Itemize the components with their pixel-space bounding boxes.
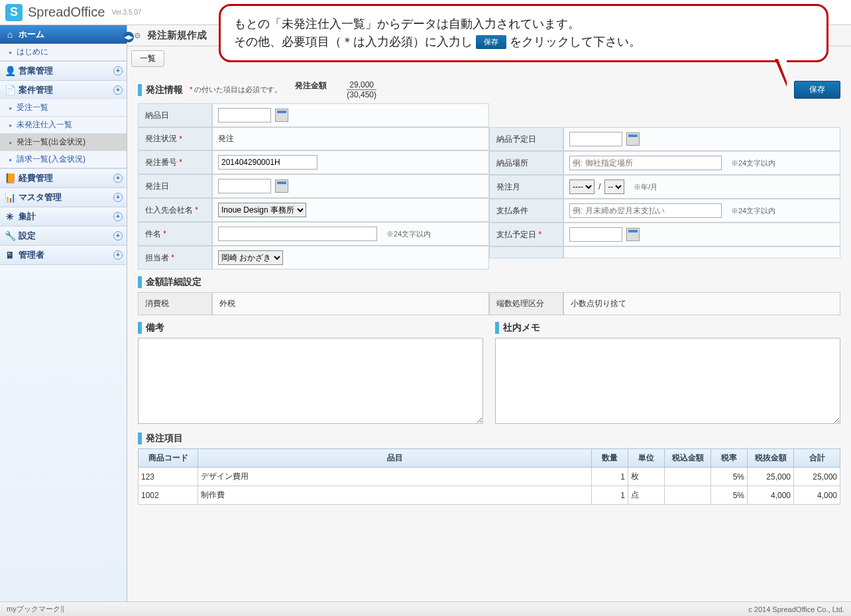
section-bar-icon: [138, 276, 142, 288]
plus-icon[interactable]: +: [113, 231, 123, 240]
monitor-icon: 🖥: [4, 249, 16, 261]
input-noukin-basho[interactable]: [569, 156, 722, 170]
help-callout: もとの「未発注仕入一覧」からデータは自動入力されています。 その他、必要項目（＊…: [219, 4, 828, 62]
callout-tail-icon: [775, 59, 787, 87]
chart-icon: 📊: [4, 191, 16, 203]
plus-icon[interactable]: +: [113, 174, 123, 183]
input-shiharai-joken[interactable]: [569, 203, 722, 218]
value-shouhizei: 外税: [212, 292, 489, 315]
nav-group-shukei[interactable]: ✳集計+: [0, 207, 127, 226]
calendar-icon[interactable]: [275, 109, 288, 122]
app-logo: S SpreadOffice Ver.3.5.07: [5, 4, 141, 21]
select-year[interactable]: ----: [569, 180, 595, 194]
textarea-shanai[interactable]: [495, 338, 840, 424]
section-items: 発注項目: [138, 433, 840, 444]
nav-group-eigyo[interactable]: 👤営業管理+: [0, 62, 127, 80]
value-hacchu-jokyo: 発注: [212, 127, 489, 150]
label-shiharai-joken: 支払条件: [489, 199, 563, 223]
section-bar-icon: [138, 433, 142, 444]
nav-group-anken[interactable]: 📄案件管理+: [0, 81, 127, 99]
calendar-icon[interactable]: [626, 132, 640, 146]
book-icon: 📙: [4, 172, 16, 184]
section-bar-icon: [138, 84, 142, 96]
sidebar-collapse-icon[interactable]: ◀▶: [123, 32, 134, 42]
nav-item-hacchu-ichiran[interactable]: 発注一覧(出金状況): [0, 134, 127, 151]
nav-home[interactable]: ⌂ ホーム: [0, 25, 127, 44]
input-kenmei[interactable]: [218, 227, 377, 241]
section-bikou: 備考: [146, 322, 164, 334]
section-bar-icon: [138, 322, 142, 334]
label-noukinbi: 納品日: [138, 103, 212, 127]
input-shiharai-yotei[interactable]: [569, 227, 622, 242]
app-name: SpreadOffice: [28, 5, 105, 20]
nav-group-admin[interactable]: 🖥管理者+: [0, 246, 127, 264]
table-row: 123 デザイン費用 1 枚 5% 25,000 25,000: [139, 468, 840, 486]
section-bar-icon: [495, 322, 499, 334]
label-hacchu-bango: 発注番号 *: [138, 150, 212, 174]
nav-item-seikyu[interactable]: 請求一覧(入金状況): [0, 151, 127, 168]
label-hacchu-bi: 発注日: [138, 174, 212, 198]
person-icon: 👤: [4, 65, 16, 77]
calendar-icon[interactable]: [275, 180, 288, 193]
sidebar: ⌂ ホーム はじめに 👤営業管理+ 📄案件管理+ 受注一覧 未発注仕入一覧 発注…: [0, 25, 127, 601]
section-order-info: 発注情報 * の付いた項目は必須です。 発注金額 29,000 (30,450)…: [138, 80, 840, 99]
main-content: ⚙ 発注新規作成 一覧 発注情報 * の付いた項目は必須です。 発注金額 29,…: [127, 25, 851, 601]
input-noukin-yotei[interactable]: [569, 132, 622, 146]
input-hacchu-bi[interactable]: [218, 179, 271, 193]
callout-save-chip: 保存: [476, 35, 506, 49]
section-detail: 金額詳細設定: [138, 276, 840, 288]
nav-group-keihi[interactable]: 📙経費管理+: [0, 169, 127, 187]
amount-main: 29,000: [347, 80, 376, 89]
label-hacchu-jokyo: 発注状況 *: [138, 127, 212, 150]
bookmark-link[interactable]: myブックマーク‖: [7, 604, 64, 614]
section-title: 発注情報: [146, 84, 183, 96]
order-amount: 発注金額 29,000 (30,450): [295, 80, 376, 99]
value-hasu: 小数点切り捨て: [563, 292, 840, 315]
select-shiire[interactable]: Inoue Design 事務所: [218, 203, 306, 217]
th-qty: 数量: [592, 449, 628, 468]
th-excl: 税抜金額: [748, 449, 794, 468]
label-shiire: 仕入先会社名 *: [138, 198, 212, 222]
input-hacchu-bango[interactable]: [218, 155, 317, 170]
nav-item-hajimeni[interactable]: はじめに: [0, 44, 127, 61]
value-blank: [563, 246, 840, 258]
table-row: 1002 制作費 1 点 5% 4,000 4,000: [139, 486, 840, 505]
nav-group-master[interactable]: 📊マスタ管理+: [0, 188, 127, 207]
section-note: * の付いた項目は必須です。: [190, 85, 282, 95]
amount-sub: (30,450): [347, 89, 376, 99]
th-incl: 税込金額: [665, 449, 711, 468]
plus-icon[interactable]: +: [113, 193, 123, 202]
list-button[interactable]: 一覧: [131, 50, 164, 67]
plus-icon[interactable]: +: [113, 66, 123, 76]
calendar-icon[interactable]: [626, 228, 640, 241]
section-shanai: 社内メモ: [503, 322, 540, 334]
home-icon: ⌂: [4, 28, 16, 40]
input-noukinbi[interactable]: [218, 108, 271, 123]
doc-icon: 📄: [4, 84, 16, 96]
select-tantou[interactable]: 岡崎 おかざき: [218, 250, 283, 265]
nav-group-settei[interactable]: 🔧設定+: [0, 227, 127, 245]
th-code: 商品コード: [139, 449, 198, 468]
label-blank: [489, 246, 563, 258]
plus-icon[interactable]: +: [113, 85, 123, 95]
label-tantou: 担当者 *: [138, 246, 212, 270]
label-noukin-yotei: 納品予定日: [489, 127, 563, 151]
app-version: Ver.3.5.07: [111, 9, 141, 16]
textarea-bikou[interactable]: [138, 338, 483, 424]
sum-icon: ✳: [4, 211, 16, 223]
nav-item-juchu[interactable]: 受注一覧: [0, 99, 127, 117]
label-kenmei: 件名 *: [138, 222, 212, 246]
label-shiharai-yotei: 支払予定日 *: [489, 223, 563, 246]
logo-icon: S: [5, 4, 23, 21]
nav-item-mihacchu[interactable]: 未発注仕入一覧: [0, 117, 127, 134]
callout-line1: もとの「未発注仕入一覧」からデータは自動入力されています。: [234, 15, 813, 33]
plus-icon[interactable]: +: [113, 212, 123, 221]
label-hacchu-tsuki: 発注月: [489, 175, 563, 199]
label-noukin-basho: 納品場所: [489, 151, 563, 175]
plus-icon[interactable]: +: [113, 250, 123, 260]
label-shouhizei: 消費税: [138, 292, 212, 315]
page-title: 発注新規作成: [147, 29, 207, 42]
select-month[interactable]: --: [604, 180, 624, 194]
items-table: 商品コード 品目 数量 単位 税込金額 税率 税抜金額 合計 123 デザイン費…: [138, 448, 840, 505]
save-button[interactable]: 保存: [794, 81, 840, 99]
